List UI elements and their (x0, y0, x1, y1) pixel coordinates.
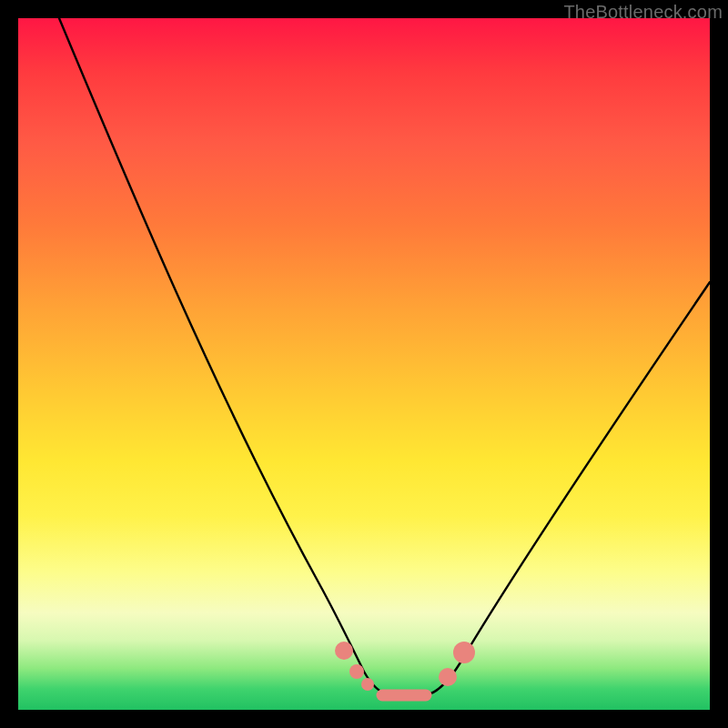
marker-left-3 (361, 678, 374, 691)
marker-right-2 (453, 642, 475, 663)
chart-stage: TheBottleneck.com (0, 0, 728, 728)
plot-area (18, 18, 710, 710)
curve-layer (18, 18, 710, 710)
marker-right-1 (439, 668, 457, 686)
marker-left-1 (335, 642, 353, 660)
watermark-text: TheBottleneck.com (563, 2, 723, 23)
bottleneck-curve (59, 18, 710, 695)
marker-left-2 (349, 664, 364, 679)
